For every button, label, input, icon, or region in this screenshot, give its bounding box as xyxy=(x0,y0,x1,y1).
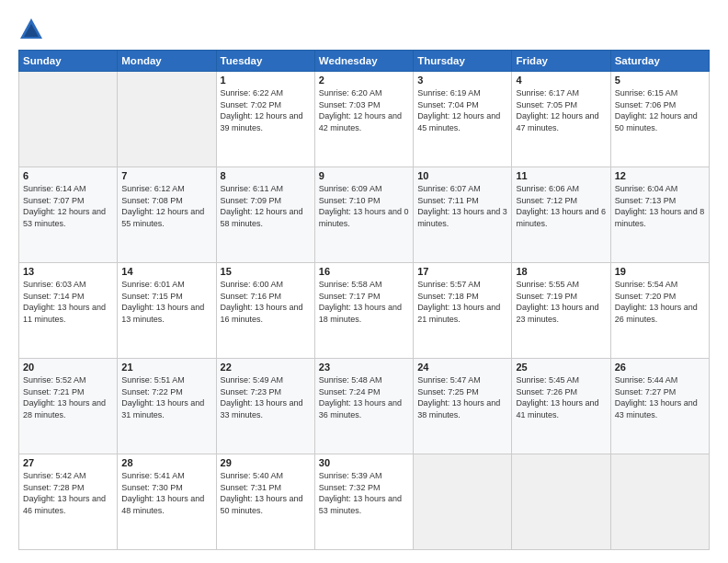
logo xyxy=(18,17,48,42)
day-number: 4 xyxy=(516,75,606,86)
daylight-text: Daylight: 13 hours and 53 minutes. xyxy=(319,494,402,515)
sunrise-text: Sunrise: 6:17 AM xyxy=(516,88,579,98)
calendar-cell: 11 Sunrise: 6:06 AM Sunset: 7:12 PM Dayl… xyxy=(512,167,610,263)
sunrise-text: Sunrise: 5:41 AM xyxy=(121,471,185,480)
sunrise-text: Sunrise: 6:14 AM xyxy=(23,184,86,193)
day-number: 1 xyxy=(221,75,311,86)
daylight-text: Daylight: 13 hours and 13 minutes. xyxy=(121,303,204,324)
calendar-week-3: 13 Sunrise: 6:03 AM Sunset: 7:14 PM Dayl… xyxy=(19,263,710,359)
day-info: Sunrise: 5:55 AM Sunset: 7:19 PM Dayligh… xyxy=(516,279,606,325)
day-info: Sunrise: 6:11 AM Sunset: 7:09 PM Dayligh… xyxy=(221,183,311,229)
day-info: Sunrise: 5:49 AM Sunset: 7:23 PM Dayligh… xyxy=(221,374,311,420)
day-number: 18 xyxy=(516,266,606,277)
calendar-cell: 22 Sunrise: 5:49 AM Sunset: 7:23 PM Dayl… xyxy=(216,359,314,454)
day-number: 15 xyxy=(221,266,311,277)
day-info: Sunrise: 6:01 AM Sunset: 7:15 PM Dayligh… xyxy=(121,279,211,325)
sunset-text: Sunset: 7:23 PM xyxy=(221,387,282,396)
calendar-cell: 28 Sunrise: 5:41 AM Sunset: 7:30 PM Dayl… xyxy=(118,454,216,550)
calendar-cell: 19 Sunrise: 5:54 AM Sunset: 7:20 PM Dayl… xyxy=(610,263,709,359)
sunset-text: Sunset: 7:24 PM xyxy=(319,387,381,396)
day-number: 19 xyxy=(615,266,705,277)
day-info: Sunrise: 5:42 AM Sunset: 7:28 PM Dayligh… xyxy=(23,470,113,516)
sunrise-text: Sunrise: 6:22 AM xyxy=(221,88,284,98)
day-info: Sunrise: 6:12 AM Sunset: 7:08 PM Dayligh… xyxy=(121,183,211,229)
sunrise-text: Sunrise: 5:47 AM xyxy=(417,375,481,385)
day-number: 27 xyxy=(23,457,113,468)
sunset-text: Sunset: 7:07 PM xyxy=(23,196,85,205)
day-number: 21 xyxy=(121,362,211,373)
day-info: Sunrise: 6:14 AM Sunset: 7:07 PM Dayligh… xyxy=(23,183,113,229)
calendar-cell: 26 Sunrise: 5:44 AM Sunset: 7:27 PM Dayl… xyxy=(610,359,709,454)
sunset-text: Sunset: 7:27 PM xyxy=(615,387,677,396)
day-info: Sunrise: 5:48 AM Sunset: 7:24 PM Dayligh… xyxy=(319,374,409,420)
calendar-cell: 21 Sunrise: 5:51 AM Sunset: 7:22 PM Dayl… xyxy=(118,359,216,454)
sunset-text: Sunset: 7:20 PM xyxy=(615,292,677,301)
daylight-text: Daylight: 13 hours and 31 minutes. xyxy=(121,398,204,419)
daylight-text: Daylight: 13 hours and 50 minutes. xyxy=(221,494,303,515)
day-number: 20 xyxy=(23,362,113,373)
day-info: Sunrise: 6:17 AM Sunset: 7:05 PM Dayligh… xyxy=(516,87,606,133)
sunrise-text: Sunrise: 5:57 AM xyxy=(417,280,481,289)
day-info: Sunrise: 5:57 AM Sunset: 7:18 PM Dayligh… xyxy=(417,279,507,325)
day-number: 22 xyxy=(221,362,311,373)
sunset-text: Sunset: 7:25 PM xyxy=(417,387,479,396)
daylight-text: Daylight: 13 hours and 48 minutes. xyxy=(121,494,204,515)
day-number: 23 xyxy=(319,362,409,373)
sunset-text: Sunset: 7:32 PM xyxy=(319,483,381,492)
sunrise-text: Sunrise: 5:52 AM xyxy=(23,375,86,385)
daylight-text: Daylight: 12 hours and 58 minutes. xyxy=(221,207,303,228)
sunrise-text: Sunrise: 5:45 AM xyxy=(516,375,579,385)
sunset-text: Sunset: 7:12 PM xyxy=(516,196,577,205)
sunset-text: Sunset: 7:14 PM xyxy=(23,292,85,301)
day-info: Sunrise: 5:52 AM Sunset: 7:21 PM Dayligh… xyxy=(23,374,113,420)
day-info: Sunrise: 6:09 AM Sunset: 7:10 PM Dayligh… xyxy=(319,183,409,229)
daylight-text: Daylight: 13 hours and 23 minutes. xyxy=(516,303,598,324)
day-number: 2 xyxy=(319,75,409,86)
day-number: 29 xyxy=(221,457,311,468)
calendar-cell xyxy=(19,72,118,167)
sunrise-text: Sunrise: 5:55 AM xyxy=(516,280,579,289)
sunrise-text: Sunrise: 6:06 AM xyxy=(516,184,579,193)
calendar-body: 1 Sunrise: 6:22 AM Sunset: 7:02 PM Dayli… xyxy=(19,72,710,550)
sunset-text: Sunset: 7:06 PM xyxy=(615,100,677,109)
sunrise-text: Sunrise: 5:48 AM xyxy=(319,375,382,385)
sunrise-text: Sunrise: 5:40 AM xyxy=(221,471,284,480)
calendar-cell: 1 Sunrise: 6:22 AM Sunset: 7:02 PM Dayli… xyxy=(216,72,314,167)
calendar-cell: 6 Sunrise: 6:14 AM Sunset: 7:07 PM Dayli… xyxy=(19,167,118,263)
daylight-text: Daylight: 12 hours and 39 minutes. xyxy=(221,111,303,132)
daylight-text: Daylight: 13 hours and 16 minutes. xyxy=(221,303,303,324)
day-info: Sunrise: 5:51 AM Sunset: 7:22 PM Dayligh… xyxy=(121,374,211,420)
day-number: 6 xyxy=(23,170,113,181)
sunrise-text: Sunrise: 6:09 AM xyxy=(319,184,382,193)
sunset-text: Sunset: 7:16 PM xyxy=(221,292,282,301)
calendar-cell: 27 Sunrise: 5:42 AM Sunset: 7:28 PM Dayl… xyxy=(19,454,118,550)
day-number: 26 xyxy=(615,362,705,373)
day-info: Sunrise: 6:20 AM Sunset: 7:03 PM Dayligh… xyxy=(319,87,409,133)
day-number: 16 xyxy=(319,266,409,277)
page: Sunday Monday Tuesday Wednesday Thursday… xyxy=(0,0,728,563)
day-number: 11 xyxy=(516,170,606,181)
sunrise-text: Sunrise: 6:01 AM xyxy=(121,280,185,289)
calendar-cell xyxy=(610,454,709,550)
day-number: 25 xyxy=(516,362,606,373)
col-tuesday: Tuesday xyxy=(216,51,314,72)
sunrise-text: Sunrise: 5:39 AM xyxy=(319,471,382,480)
day-number: 10 xyxy=(417,170,507,181)
calendar-cell: 13 Sunrise: 6:03 AM Sunset: 7:14 PM Dayl… xyxy=(19,263,118,359)
day-info: Sunrise: 5:41 AM Sunset: 7:30 PM Dayligh… xyxy=(121,470,211,516)
calendar-cell: 3 Sunrise: 6:19 AM Sunset: 7:04 PM Dayli… xyxy=(414,72,512,167)
day-info: Sunrise: 6:06 AM Sunset: 7:12 PM Dayligh… xyxy=(516,183,606,229)
daylight-text: Daylight: 12 hours and 47 minutes. xyxy=(516,111,598,132)
sunrise-text: Sunrise: 6:00 AM xyxy=(221,280,284,289)
calendar-cell: 17 Sunrise: 5:57 AM Sunset: 7:18 PM Dayl… xyxy=(414,263,512,359)
day-number: 12 xyxy=(615,170,705,181)
sunset-text: Sunset: 7:17 PM xyxy=(319,292,381,301)
day-number: 28 xyxy=(121,457,211,468)
sunrise-text: Sunrise: 6:20 AM xyxy=(319,88,382,98)
calendar-week-4: 20 Sunrise: 5:52 AM Sunset: 7:21 PM Dayl… xyxy=(19,359,710,454)
day-number: 24 xyxy=(417,362,507,373)
day-info: Sunrise: 6:00 AM Sunset: 7:16 PM Dayligh… xyxy=(221,279,311,325)
sunrise-text: Sunrise: 5:51 AM xyxy=(121,375,185,385)
daylight-text: Daylight: 13 hours and 46 minutes. xyxy=(23,494,106,515)
calendar: Sunday Monday Tuesday Wednesday Thursday… xyxy=(18,50,710,550)
